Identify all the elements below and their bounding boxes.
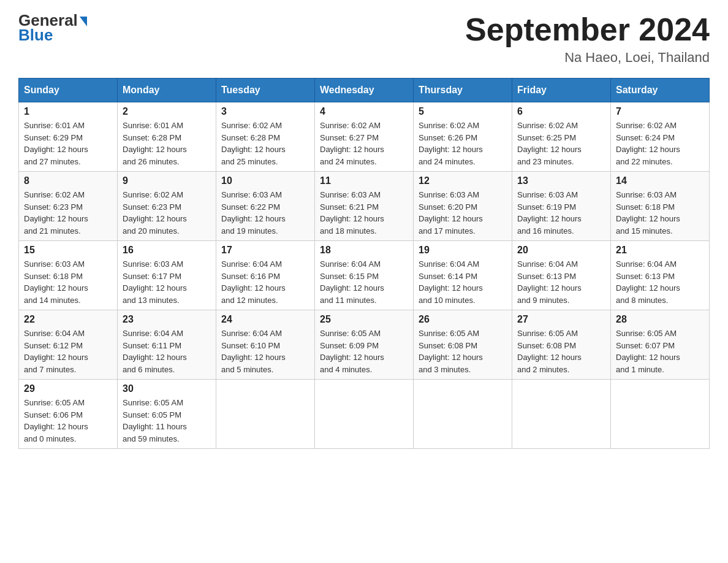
day-info: Sunrise: 6:03 AMSunset: 6:18 PMDaylight:…	[616, 189, 704, 237]
calendar-cell: 2Sunrise: 6:01 AMSunset: 6:28 PMDaylight…	[118, 102, 216, 172]
day-info: Sunrise: 6:05 AMSunset: 6:08 PMDaylight:…	[517, 327, 605, 375]
calendar-cell: 29Sunrise: 6:05 AMSunset: 6:06 PMDayligh…	[19, 380, 118, 449]
day-info: Sunrise: 6:03 AMSunset: 6:17 PMDaylight:…	[123, 258, 211, 306]
day-info: Sunrise: 6:03 AMSunset: 6:22 PMDaylight:…	[221, 189, 309, 237]
calendar-subtitle: Na Haeo, Loei, Thailand	[465, 50, 710, 66]
day-info: Sunrise: 6:02 AMSunset: 6:23 PMDaylight:…	[123, 189, 211, 237]
header: General Blue September 2024 Na Haeo, Loe…	[18, 12, 710, 66]
day-number: 11	[320, 175, 408, 186]
calendar-cell: 17Sunrise: 6:04 AMSunset: 6:16 PMDayligh…	[216, 241, 315, 310]
day-info: Sunrise: 6:03 AMSunset: 6:18 PMDaylight:…	[24, 258, 112, 306]
day-number: 6	[517, 106, 605, 117]
day-info: Sunrise: 6:04 AMSunset: 6:14 PMDaylight:…	[419, 258, 507, 306]
day-number: 26	[419, 314, 507, 325]
day-number: 10	[221, 175, 309, 186]
calendar-cell: 8Sunrise: 6:02 AMSunset: 6:23 PMDaylight…	[19, 172, 118, 241]
calendar-cell: 23Sunrise: 6:04 AMSunset: 6:11 PMDayligh…	[118, 310, 216, 380]
calendar-week-row: 8Sunrise: 6:02 AMSunset: 6:23 PMDaylight…	[19, 172, 710, 241]
day-info: Sunrise: 6:01 AMSunset: 6:29 PMDaylight:…	[24, 120, 112, 167]
calendar-table: SundayMondayTuesdayWednesdayThursdayFrid…	[18, 78, 710, 449]
calendar-cell: 21Sunrise: 6:04 AMSunset: 6:13 PMDayligh…	[611, 241, 710, 310]
calendar-cell: 19Sunrise: 6:04 AMSunset: 6:14 PMDayligh…	[414, 241, 512, 310]
day-number: 8	[24, 175, 112, 186]
calendar-cell: 20Sunrise: 6:04 AMSunset: 6:13 PMDayligh…	[512, 241, 611, 310]
calendar-week-row: 22Sunrise: 6:04 AMSunset: 6:12 PMDayligh…	[19, 310, 710, 380]
calendar-cell: 9Sunrise: 6:02 AMSunset: 6:23 PMDaylight…	[118, 172, 216, 241]
calendar-cell: 5Sunrise: 6:02 AMSunset: 6:26 PMDaylight…	[414, 102, 512, 172]
calendar-cell: 18Sunrise: 6:04 AMSunset: 6:15 PMDayligh…	[315, 241, 414, 310]
weekday-header-tuesday: Tuesday	[216, 79, 315, 102]
day-info: Sunrise: 6:05 AMSunset: 6:07 PMDaylight:…	[616, 327, 704, 375]
logo: General Blue	[18, 12, 87, 45]
calendar-cell: 11Sunrise: 6:03 AMSunset: 6:21 PMDayligh…	[315, 172, 414, 241]
day-info: Sunrise: 6:04 AMSunset: 6:12 PMDaylight:…	[24, 327, 112, 375]
day-number: 25	[320, 314, 408, 325]
calendar-week-row: 29Sunrise: 6:05 AMSunset: 6:06 PMDayligh…	[19, 380, 710, 449]
day-info: Sunrise: 6:02 AMSunset: 6:28 PMDaylight:…	[221, 120, 309, 167]
calendar-cell: 15Sunrise: 6:03 AMSunset: 6:18 PMDayligh…	[19, 241, 118, 310]
calendar-cell: 7Sunrise: 6:02 AMSunset: 6:24 PMDaylight…	[611, 102, 710, 172]
weekday-header-sunday: Sunday	[19, 79, 118, 102]
calendar-cell: 25Sunrise: 6:05 AMSunset: 6:09 PMDayligh…	[315, 310, 414, 380]
calendar-cell: 6Sunrise: 6:02 AMSunset: 6:25 PMDaylight…	[512, 102, 611, 172]
calendar-cell: 22Sunrise: 6:04 AMSunset: 6:12 PMDayligh…	[19, 310, 118, 380]
calendar-cell: 16Sunrise: 6:03 AMSunset: 6:17 PMDayligh…	[118, 241, 216, 310]
day-info: Sunrise: 6:04 AMSunset: 6:15 PMDaylight:…	[320, 258, 408, 306]
day-info: Sunrise: 6:04 AMSunset: 6:10 PMDaylight:…	[221, 327, 309, 375]
calendar-header: September 2024 Na Haeo, Loei, Thailand	[465, 12, 710, 66]
day-info: Sunrise: 6:02 AMSunset: 6:27 PMDaylight:…	[320, 120, 408, 167]
logo-blue: Blue	[18, 26, 53, 45]
calendar-week-row: 1Sunrise: 6:01 AMSunset: 6:29 PMDaylight…	[19, 102, 710, 172]
calendar-cell: 13Sunrise: 6:03 AMSunset: 6:19 PMDayligh…	[512, 172, 611, 241]
day-number: 1	[24, 106, 112, 117]
day-number: 14	[616, 175, 704, 186]
calendar-cell: 10Sunrise: 6:03 AMSunset: 6:22 PMDayligh…	[216, 172, 315, 241]
weekday-header-friday: Friday	[512, 79, 611, 102]
day-info: Sunrise: 6:03 AMSunset: 6:20 PMDaylight:…	[419, 189, 507, 237]
day-number: 17	[221, 245, 309, 256]
day-number: 4	[320, 106, 408, 117]
calendar-cell: 24Sunrise: 6:04 AMSunset: 6:10 PMDayligh…	[216, 310, 315, 380]
day-info: Sunrise: 6:05 AMSunset: 6:05 PMDaylight:…	[123, 397, 211, 445]
calendar-cell: 26Sunrise: 6:05 AMSunset: 6:08 PMDayligh…	[414, 310, 512, 380]
day-info: Sunrise: 6:04 AMSunset: 6:13 PMDaylight:…	[517, 258, 605, 306]
day-number: 27	[517, 314, 605, 325]
weekday-header-saturday: Saturday	[611, 79, 710, 102]
calendar-cell	[512, 380, 611, 449]
day-info: Sunrise: 6:04 AMSunset: 6:11 PMDaylight:…	[123, 327, 211, 375]
day-number: 13	[517, 175, 605, 186]
calendar-cell: 28Sunrise: 6:05 AMSunset: 6:07 PMDayligh…	[611, 310, 710, 380]
day-number: 3	[221, 106, 309, 117]
day-number: 18	[320, 245, 408, 256]
day-number: 12	[419, 175, 507, 186]
day-number: 7	[616, 106, 704, 117]
day-number: 28	[616, 314, 704, 325]
calendar-cell: 30Sunrise: 6:05 AMSunset: 6:05 PMDayligh…	[118, 380, 216, 449]
day-number: 9	[123, 175, 211, 186]
day-number: 23	[123, 314, 211, 325]
calendar-cell	[315, 380, 414, 449]
weekday-header-thursday: Thursday	[414, 79, 512, 102]
day-number: 29	[24, 383, 112, 394]
day-info: Sunrise: 6:02 AMSunset: 6:25 PMDaylight:…	[517, 120, 605, 167]
weekday-header-monday: Monday	[118, 79, 216, 102]
calendar-cell: 4Sunrise: 6:02 AMSunset: 6:27 PMDaylight…	[315, 102, 414, 172]
day-info: Sunrise: 6:04 AMSunset: 6:13 PMDaylight:…	[616, 258, 704, 306]
day-number: 21	[616, 245, 704, 256]
day-info: Sunrise: 6:03 AMSunset: 6:19 PMDaylight:…	[517, 189, 605, 237]
calendar-cell: 3Sunrise: 6:02 AMSunset: 6:28 PMDaylight…	[216, 102, 315, 172]
day-number: 22	[24, 314, 112, 325]
day-number: 16	[123, 245, 211, 256]
weekday-header-wednesday: Wednesday	[315, 79, 414, 102]
day-info: Sunrise: 6:02 AMSunset: 6:24 PMDaylight:…	[616, 120, 704, 167]
weekday-header-row: SundayMondayTuesdayWednesdayThursdayFrid…	[19, 79, 710, 102]
day-number: 30	[123, 383, 211, 394]
calendar-cell: 14Sunrise: 6:03 AMSunset: 6:18 PMDayligh…	[611, 172, 710, 241]
day-number: 15	[24, 245, 112, 256]
day-info: Sunrise: 6:02 AMSunset: 6:26 PMDaylight:…	[419, 120, 507, 167]
day-info: Sunrise: 6:05 AMSunset: 6:08 PMDaylight:…	[419, 327, 507, 375]
day-info: Sunrise: 6:05 AMSunset: 6:09 PMDaylight:…	[320, 327, 408, 375]
calendar-cell: 1Sunrise: 6:01 AMSunset: 6:29 PMDaylight…	[19, 102, 118, 172]
calendar-title: September 2024	[465, 12, 710, 47]
day-info: Sunrise: 6:01 AMSunset: 6:28 PMDaylight:…	[123, 120, 211, 167]
